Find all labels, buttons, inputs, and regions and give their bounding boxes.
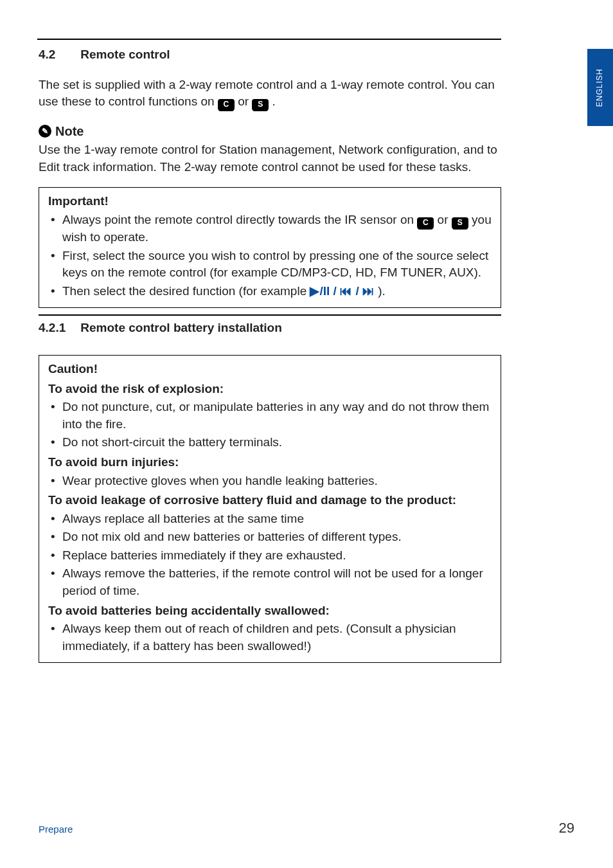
media-sep: / <box>333 284 341 298</box>
page-content: 4.2 Remote control The set is supplied w… <box>0 0 540 663</box>
important-li1-b: or <box>438 213 452 226</box>
caution-l3c: Replace batteries immediately if they ar… <box>62 548 346 562</box>
important-title: Important! <box>48 193 492 210</box>
list-item: Do not puncture, cut, or manipulate batt… <box>48 399 492 433</box>
caution-l4a: Always keep them out of reach of childre… <box>62 622 456 653</box>
important-list: Always point the remote control directly… <box>48 212 492 300</box>
subsection-number: 4.2.1 <box>39 320 77 337</box>
list-item: Replace batteries immediately if they ar… <box>48 547 492 565</box>
list-item: Wear protective gloves when you handle l… <box>48 473 492 490</box>
important-box: Important! Always point the remote contr… <box>39 187 501 308</box>
caution-list-2: Wear protective gloves when you handle l… <box>48 473 492 490</box>
section-number: 4.2 <box>39 46 77 64</box>
caution-list-3: Always replace all batteries at the same… <box>48 511 492 600</box>
note-icon: ✎ <box>39 125 51 138</box>
caution-title: Caution! <box>48 361 492 378</box>
caution-list-1: Do not puncture, cut, or manipulate batt… <box>48 399 492 451</box>
badge-s-icon: S <box>252 99 269 111</box>
caution-h2: To avoid burn injuries: <box>48 454 492 471</box>
caution-l3a: Always replace all batteries at the same… <box>62 512 304 525</box>
important-li3-b: ). <box>378 284 386 298</box>
important-li2: First, select the source you wish to con… <box>62 249 488 280</box>
caution-h4: To avoid batteries being accidentally sw… <box>48 602 492 620</box>
caution-h3: To avoid leakage of corrosive battery fl… <box>48 492 492 509</box>
next-track-icon: ⏭ <box>362 284 375 298</box>
caution-h1: To avoid the risk of explosion: <box>48 381 492 398</box>
language-tab-label: ENGLISH <box>595 68 606 107</box>
list-item: Always remove the batteries, if the remo… <box>48 565 492 599</box>
media-sep: / <box>355 284 362 298</box>
badge-s-icon: S <box>452 217 468 229</box>
footer-page-number: 29 <box>559 818 574 838</box>
caution-l1a: Do not puncture, cut, or manipulate batt… <box>62 400 489 431</box>
list-item: Do not mix old and new batteries or batt… <box>48 529 492 546</box>
list-item: First, select the source you wish to con… <box>48 248 492 282</box>
badge-c-icon: C <box>218 99 235 111</box>
intro-text-c: . <box>272 95 276 108</box>
list-item: Always point the remote control directly… <box>48 212 492 246</box>
section-heading: 4.2 Remote control <box>39 46 501 64</box>
important-li1-a: Always point the remote control directly… <box>62 213 417 226</box>
caution-box: Caution! To avoid the risk of explosion:… <box>39 355 501 664</box>
subsection-title: Remote control battery installation <box>80 321 282 334</box>
caution-list-4: Always keep them out of reach of childre… <box>48 620 492 655</box>
caution-l2a: Wear protective gloves when you handle l… <box>62 474 378 487</box>
caution-l3d: Always remove the batteries, if the remo… <box>62 566 483 597</box>
prev-track-icon: ⏮ <box>340 284 352 298</box>
play-pause-icon: ▶/II <box>310 284 330 298</box>
section-intro: The set is supplied with a 2-way remote … <box>39 77 501 111</box>
caution-l3b: Do not mix old and new batteries or batt… <box>62 530 402 543</box>
language-tab: ENGLISH <box>587 49 613 126</box>
footer-section: Prepare <box>39 822 73 836</box>
list-item: Do not short-circuit the battery termina… <box>48 434 492 451</box>
section-title: Remote control <box>80 48 170 61</box>
page-footer: Prepare 29 <box>39 818 574 838</box>
list-item: Always replace all batteries at the same… <box>48 511 492 528</box>
badge-c-icon: C <box>417 217 434 229</box>
note-heading: ✎ Note <box>39 122 501 140</box>
top-rule <box>37 39 501 40</box>
subsection-heading: 4.2.1 Remote control battery installatio… <box>39 314 501 337</box>
important-li3-a: Then select the desired function (for ex… <box>62 284 310 298</box>
intro-text-b: or <box>238 95 252 108</box>
note-label: Note <box>55 122 84 140</box>
note-text: Use the 1-way remote control for Station… <box>39 141 501 176</box>
caution-l1b: Do not short-circuit the battery termina… <box>62 435 282 449</box>
list-item: Then select the desired function (for ex… <box>48 283 492 300</box>
list-item: Always keep them out of reach of childre… <box>48 620 492 655</box>
